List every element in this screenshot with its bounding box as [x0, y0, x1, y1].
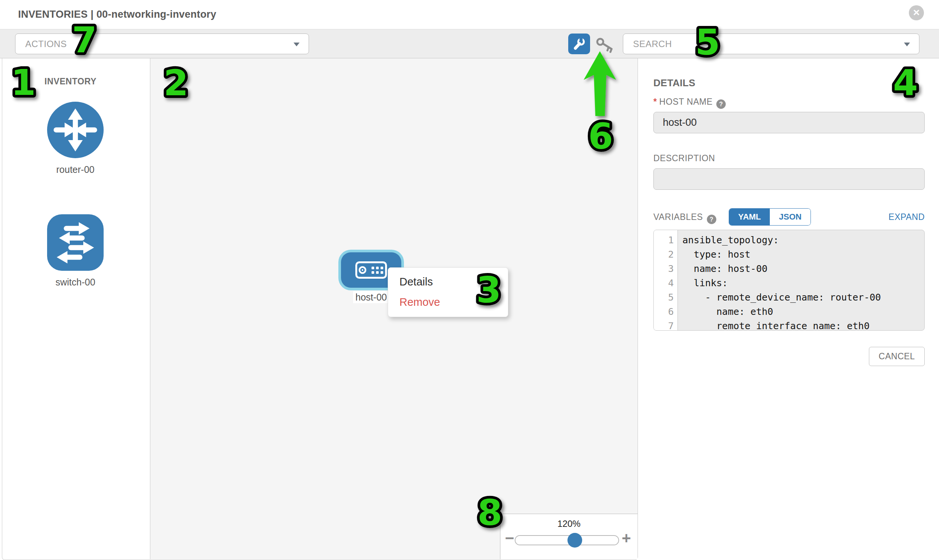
page-title: INVENTORIES | 00-networking-inventory: [18, 0, 216, 29]
switch-icon: [47, 214, 103, 271]
sidebar-item-label: router-00: [47, 164, 103, 175]
code-line: name: eth0: [682, 305, 924, 319]
actions-dropdown-placeholder: ACTIONS: [25, 34, 67, 54]
wrench-icon: [573, 38, 585, 50]
host-name-input[interactable]: host-00: [654, 112, 925, 133]
topology-canvas[interactable]: host-00 Details Remove 120% − +: [150, 58, 638, 559]
code-line: type: host: [682, 248, 924, 262]
zoom-slider-track[interactable]: [515, 535, 619, 545]
code-line: remote_interface_name: eth0: [682, 319, 924, 331]
close-icon[interactable]: ×: [909, 5, 924, 20]
zoom-level-label: 120%: [500, 518, 638, 529]
help-icon[interactable]: ?: [707, 215, 716, 224]
sidebar-item-router-00[interactable]: router-00: [47, 102, 103, 175]
code-gutter: 1 2 3 4 5 6 7: [654, 230, 678, 330]
details-panel: DETAILS *HOST NAME? host-00 DESCRIPTION …: [638, 58, 939, 560]
context-menu-item-details[interactable]: Details: [388, 272, 508, 292]
chevron-down-icon: [904, 43, 910, 46]
code-line: - remote_device_name: router-00: [682, 290, 924, 305]
host-icon: [355, 262, 387, 279]
key-icon: [595, 37, 615, 54]
node-context-menu: Details Remove: [388, 268, 508, 317]
sidebar-item-switch-00[interactable]: switch-00: [47, 214, 103, 288]
inventory-section-title: INVENTORY: [45, 77, 96, 87]
search-dropdown-placeholder: SEARCH: [633, 34, 672, 54]
search-dropdown[interactable]: SEARCH: [623, 34, 919, 54]
help-icon[interactable]: ?: [716, 99, 726, 109]
details-panel-title: DETAILS: [654, 77, 695, 89]
variables-row: VARIABLES? YAML JSON EXPAND: [654, 208, 925, 226]
code-content: ansible_topology: type: host name: host-…: [678, 230, 924, 330]
zoom-control: 120% − +: [500, 514, 638, 559]
cancel-button[interactable]: CANCEL: [869, 347, 925, 366]
zoom-slider-thumb[interactable]: [567, 533, 582, 548]
toolkit-button[interactable]: [568, 34, 590, 54]
router-icon: [47, 102, 103, 158]
chevron-down-icon: [293, 43, 299, 46]
code-line: links:: [682, 276, 924, 290]
variables-label: VARIABLES: [654, 212, 703, 222]
key-button[interactable]: [595, 37, 615, 54]
toolbar: ACTIONS SEARCH: [0, 29, 939, 58]
code-line: ansible_topology:: [682, 233, 924, 248]
description-input[interactable]: [654, 168, 925, 190]
app-root: INVENTORIES | 00-networking-inventory × …: [0, 0, 939, 560]
code-line: name: host-00: [682, 262, 924, 276]
tab-yaml[interactable]: YAML: [729, 209, 770, 225]
zoom-in-button[interactable]: +: [622, 529, 631, 547]
actions-dropdown[interactable]: ACTIONS: [15, 34, 309, 54]
variables-code-editor[interactable]: 1 2 3 4 5 6 7 ansible_topology: type: ho…: [654, 230, 925, 331]
expand-link[interactable]: EXPAND: [888, 208, 925, 226]
required-marker: *: [654, 97, 657, 106]
header: INVENTORIES | 00-networking-inventory ×: [0, 0, 939, 29]
zoom-out-button[interactable]: −: [505, 529, 514, 547]
format-toggle: YAML JSON: [729, 208, 811, 226]
main-panel: INVENTORY router-00: [2, 58, 638, 560]
description-label: DESCRIPTION: [654, 153, 715, 163]
context-menu-item-remove[interactable]: Remove: [388, 292, 508, 312]
sidebar-item-label: switch-00: [47, 277, 103, 288]
host-name-label: *HOST NAME?: [654, 97, 726, 109]
tab-json[interactable]: JSON: [770, 209, 811, 225]
